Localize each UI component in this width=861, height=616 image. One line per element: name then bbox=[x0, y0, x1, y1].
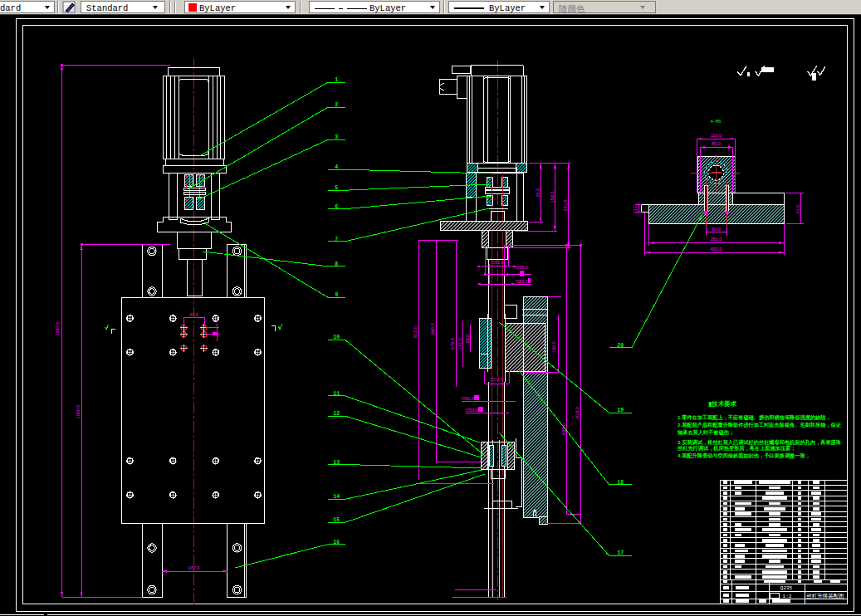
svg-text:6: 6 bbox=[335, 204, 338, 210]
svg-text:1080.0: 1080.0 bbox=[76, 405, 81, 419]
svg-text:1567.0: 1567.0 bbox=[55, 322, 60, 336]
svg-text:5: 5 bbox=[335, 185, 338, 191]
svg-text:16: 16 bbox=[333, 540, 340, 545]
svg-text:1:2: 1:2 bbox=[783, 594, 792, 599]
svg-text:17: 17 bbox=[617, 550, 624, 556]
svg-text:∅50.0: ∅50.0 bbox=[465, 408, 478, 413]
svg-text:▮技术要求: ▮技术要求 bbox=[708, 400, 737, 408]
svg-text:400.0: 400.0 bbox=[711, 247, 722, 252]
svg-text:187.0: 187.0 bbox=[188, 565, 200, 570]
svg-text:∅71.0: ∅71.0 bbox=[491, 377, 504, 382]
svg-text:4-M6: 4-M6 bbox=[710, 119, 721, 125]
svg-text:281.0: 281.0 bbox=[711, 237, 722, 242]
svg-text:∅82.0: ∅82.0 bbox=[461, 396, 474, 401]
svg-text:丝杠先行调试，机床热变形后，再在上面施加压紧；: 丝杠先行调试，机床热变形后，再在上面施加压紧； bbox=[677, 445, 795, 452]
svg-text:110.0: 110.0 bbox=[711, 133, 722, 138]
svg-text:轴承在装入时不被磕伤；: 轴承在装入时不被磕伤； bbox=[677, 429, 734, 436]
svg-text:2.装配前产品和配重升降部件进行加工时应去除棱角、毛刺和异物: 2.装配前产品和配重升降部件进行加工时应去除棱角、毛刺和异物，保证 bbox=[678, 422, 842, 428]
svg-text:241.0: 241.0 bbox=[563, 200, 568, 212]
svg-text:11: 11 bbox=[333, 391, 340, 397]
svg-text:2: 2 bbox=[335, 102, 338, 108]
svg-text:3: 3 bbox=[335, 134, 338, 140]
svg-text:812.0: 812.0 bbox=[413, 326, 418, 338]
svg-text:9: 9 bbox=[335, 292, 338, 298]
svg-text:Q235: Q235 bbox=[780, 585, 793, 591]
svg-text:4: 4 bbox=[335, 164, 338, 170]
svg-text:∅21.0: ∅21.0 bbox=[491, 260, 504, 265]
svg-text:43.0: 43.0 bbox=[189, 312, 198, 317]
svg-text:4.装配升降滑动与空间倾斜面如刮伤，予以更换调整一致，: 4.装配升降滑动与空间倾斜面如刮伤，予以更换调整一致， bbox=[678, 452, 810, 459]
svg-text:∅50.0: ∅50.0 bbox=[516, 265, 529, 270]
svg-text:19: 19 bbox=[617, 408, 624, 413]
svg-text:160.0: 160.0 bbox=[551, 341, 556, 353]
svg-text:12: 12 bbox=[333, 411, 340, 417]
svg-text:85.0: 85.0 bbox=[712, 141, 721, 146]
svg-text:13: 13 bbox=[333, 460, 340, 466]
svg-text:660.0: 660.0 bbox=[430, 323, 435, 335]
svg-text:578.0: 578.0 bbox=[450, 338, 455, 350]
svg-text:14: 14 bbox=[333, 494, 340, 500]
svg-text:156.0: 156.0 bbox=[550, 191, 555, 203]
svg-text:619.0: 619.0 bbox=[575, 407, 580, 418]
svg-text:10: 10 bbox=[333, 335, 340, 340]
svg-text:15: 15 bbox=[333, 517, 340, 523]
svg-text:8: 8 bbox=[335, 262, 338, 267]
svg-text:25.0: 25.0 bbox=[536, 188, 541, 198]
svg-text:141.0: 141.0 bbox=[457, 338, 462, 350]
svg-text:∅82.0: ∅82.0 bbox=[515, 279, 528, 284]
svg-text:7: 7 bbox=[335, 237, 338, 242]
svg-text:1: 1 bbox=[335, 77, 338, 83]
svg-text:60.0: 60.0 bbox=[712, 227, 721, 232]
svg-text:20: 20 bbox=[617, 343, 624, 349]
svg-text:丝杠升降装配图: 丝杠升降装配图 bbox=[806, 593, 844, 599]
svg-text:41.0: 41.0 bbox=[795, 205, 800, 214]
svg-text:88.0: 88.0 bbox=[465, 335, 470, 344]
svg-text:1.零件在加工装配上，不应有磕碰、损伤和锈蚀等降低强度的缺陷: 1.零件在加工装配上，不应有磕碰、损伤和锈蚀等降低强度的缺陷， bbox=[678, 414, 831, 421]
svg-text:18: 18 bbox=[617, 480, 624, 486]
